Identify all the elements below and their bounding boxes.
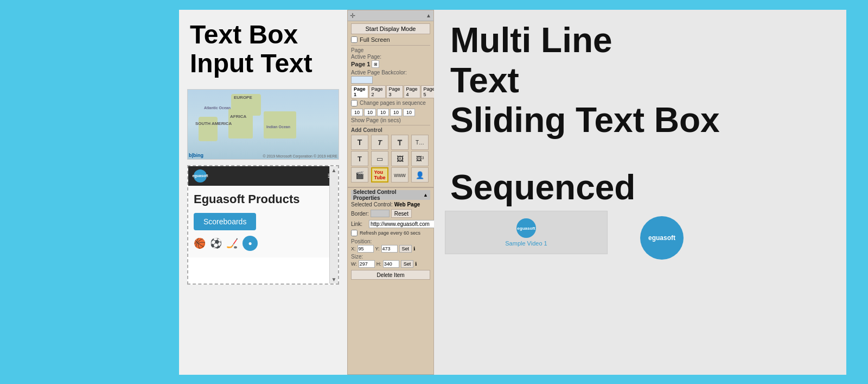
profile-ctrl-btn[interactable]: 👤 xyxy=(411,167,429,182)
add-control-label: Add Control xyxy=(351,127,430,133)
x-label: X: xyxy=(351,246,356,251)
position-set-btn[interactable]: Set xyxy=(399,245,412,253)
web-logo: eguasoft xyxy=(194,169,207,182)
close-btn[interactable]: ▲ xyxy=(426,12,431,18)
scroll-bar[interactable]: ▲ ▼ xyxy=(329,166,338,284)
atlantic-ocean-label: Atlantic Ocean xyxy=(204,106,231,110)
size-coords: W: H: Set ℹ xyxy=(351,260,430,268)
props-close-btn[interactable]: ▲ xyxy=(423,192,428,198)
link-input[interactable] xyxy=(369,220,441,228)
w-input[interactable] xyxy=(359,260,375,268)
backcolor-label: Active Page Backcolor: xyxy=(351,70,430,75)
map-image: EUROPE AFRICA SOUTH AMERICA Atlantic Oce… xyxy=(188,90,339,159)
indian-ocean-label: Indian Ocean xyxy=(266,125,290,129)
active-page-icon[interactable]: ⊞ xyxy=(372,60,379,68)
background: Text Box Input Text EUROPE AFRICA SOUTH … xyxy=(0,0,868,384)
size-set-btn[interactable]: Set xyxy=(401,260,414,268)
refresh-label: Refresh page every 60 secs xyxy=(360,230,420,236)
control-panel: ✛ ▲ Start Display Mode Full Screen Page … xyxy=(347,10,434,375)
link-label: Link: xyxy=(351,221,367,227)
border-row: Border: Reset xyxy=(351,209,430,218)
image-ctrl-btn[interactable]: 🖼 xyxy=(391,151,409,166)
refresh-checkbox[interactable] xyxy=(351,230,358,236)
refresh-row: Refresh page every 60 secs xyxy=(351,230,430,236)
active-page-label: Active Page: xyxy=(351,54,430,60)
right-text-block: Multi Line Text Sliding Text Box xyxy=(450,21,720,141)
color-box[interactable] xyxy=(351,76,373,84)
hockey-icon: 🏒 xyxy=(226,237,238,249)
youtube-ctrl-btn[interactable]: YouTube xyxy=(371,167,388,182)
change-pages-label: Change pages in sequence xyxy=(360,100,426,106)
sequenced-label: Sequenced xyxy=(450,167,635,207)
num-input-3[interactable] xyxy=(377,109,389,116)
page-section-label: Page xyxy=(351,47,430,53)
text-label: Text xyxy=(450,61,720,101)
position-coords: X: Y: Set ℹ xyxy=(351,245,430,253)
link-row: Link: Go xyxy=(351,219,430,228)
y-label: Y: xyxy=(375,246,380,251)
circle-icon: ● xyxy=(242,236,258,251)
video-logo-circle: eguasoft xyxy=(516,218,536,238)
left-panel: Text Box Input Text EUROPE AFRICA SOUTH … xyxy=(179,10,347,375)
start-display-btn[interactable]: Start Display Mode xyxy=(351,23,430,34)
scoreboards-button[interactable]: Scoreboards xyxy=(194,213,256,230)
w-label: W: xyxy=(351,261,357,267)
web-logo-text: eguasoft xyxy=(192,174,208,178)
props-title: Selected Control Properties xyxy=(353,189,423,201)
x-input[interactable] xyxy=(358,245,374,253)
page-tabs: Page 1 Page 2 Page 3 Page 4 Page 5 xyxy=(351,85,430,98)
delete-btn[interactable]: Delete Item xyxy=(351,270,430,280)
num-input-4[interactable] xyxy=(390,109,402,116)
image-alt-ctrl-btn[interactable]: 🖼³ xyxy=(411,151,429,166)
panel-titlebar: ✛ ▲ xyxy=(348,10,433,21)
active-page-row: Page 1 ⊞ xyxy=(351,60,430,68)
scroll-down-icon[interactable]: ▼ xyxy=(330,275,338,284)
eguasoft-logo: eguasoft xyxy=(640,216,684,260)
text-italic-ctrl-btn[interactable]: T xyxy=(371,135,388,150)
page-tab-2[interactable]: Page 2 xyxy=(369,85,386,98)
text-box-label: Text Box xyxy=(179,10,347,49)
control-grid: T T T T… T ▭ 🖼 🖼³ 🎬 YouTube www 👤 xyxy=(351,135,430,182)
move-icon: ✛ xyxy=(350,12,355,20)
selected-control-row: Selected Control: Web Page xyxy=(351,202,430,207)
text-ctrl-btn[interactable]: T xyxy=(351,135,368,150)
basketball-icon: 🏀 xyxy=(194,237,206,249)
page-tab-4[interactable]: Page 4 xyxy=(404,85,420,98)
africa-label: AFRICA xyxy=(230,114,246,119)
y-input[interactable] xyxy=(381,245,398,253)
nums-row xyxy=(351,109,430,116)
page-tab-3[interactable]: Page 3 xyxy=(386,85,403,98)
border-color-box[interactable] xyxy=(371,210,390,217)
web-header: eguasoft ≡ xyxy=(188,166,338,186)
video-ctrl-btn[interactable]: 🎬 xyxy=(351,167,368,182)
num-input-2[interactable] xyxy=(364,109,376,116)
props-titlebar: Selected Control Properties ▲ xyxy=(351,190,430,200)
backcolor-row xyxy=(351,76,430,84)
page-tab-1[interactable]: Page 1 xyxy=(351,85,368,98)
scroll-up-icon[interactable]: ▲ xyxy=(330,166,338,174)
video-caption: Sample Video 1 xyxy=(505,240,547,247)
sport-icon: ⚽ xyxy=(210,237,222,249)
num-input-5[interactable] xyxy=(403,109,415,116)
full-screen-checkbox[interactable] xyxy=(351,36,358,43)
web-container: ▲ ▼ eguasoft ≡ Eguasoft Products Scorebo… xyxy=(187,165,339,285)
text-box-ctrl-btn[interactable]: T… xyxy=(411,135,429,150)
num-input-1[interactable] xyxy=(351,109,363,116)
sliding-label: Sliding Text Box xyxy=(450,100,720,141)
change-pages-checkbox[interactable] xyxy=(351,100,358,106)
text-outline-ctrl-btn[interactable]: T xyxy=(391,135,409,150)
h-label: H: xyxy=(376,261,381,267)
active-page-value: Page 1 xyxy=(351,61,370,67)
h-input[interactable] xyxy=(383,260,399,268)
bing-logo: b|bing xyxy=(189,153,203,158)
main-container: Text Box Input Text EUROPE AFRICA SOUTH … xyxy=(179,10,846,375)
rect-ctrl-btn[interactable]: ▭ xyxy=(371,151,388,166)
reset-btn[interactable]: Reset xyxy=(391,209,412,218)
size-info-icon[interactable]: ℹ xyxy=(415,261,417,267)
text-alt-ctrl-btn[interactable]: T xyxy=(351,151,368,166)
web-ctrl-btn[interactable]: www xyxy=(391,167,409,182)
position-info-icon[interactable]: ℹ xyxy=(413,246,415,251)
change-pages-row: Change pages in sequence xyxy=(351,100,430,106)
web-body: Eguasoft Products Scoreboards 🏀 ⚽ 🏒 ● xyxy=(188,186,338,257)
video-area: eguasoft Sample Video 1 xyxy=(445,211,608,254)
